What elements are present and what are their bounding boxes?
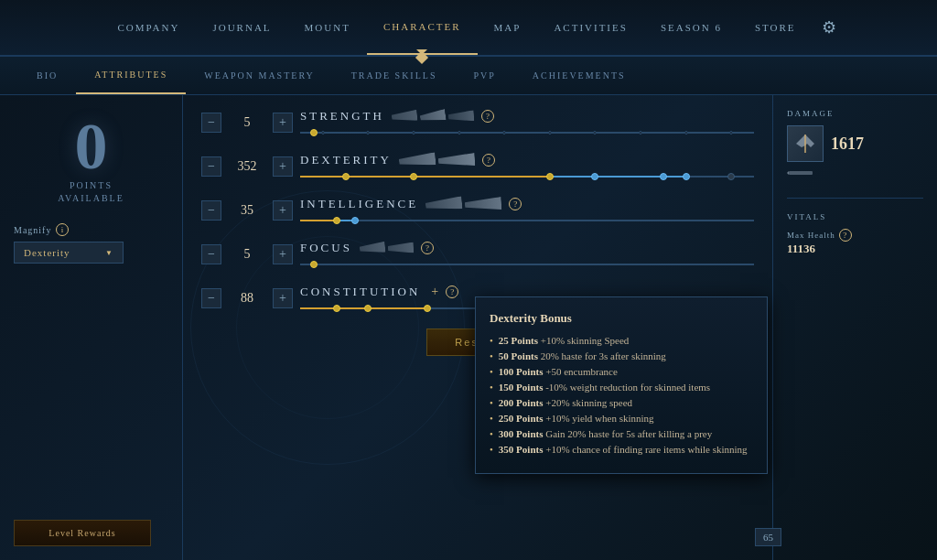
dexterity-weapon-icons xyxy=(399,154,475,167)
dexterity-info-icon[interactable]: ? xyxy=(482,154,495,167)
intelligence-increase-button[interactable]: + xyxy=(273,200,293,221)
max-health-label: Max Health ? xyxy=(787,229,923,242)
main-content: 0 POINTSAVAILABLE Magnify i Dexterity ▼ … xyxy=(0,95,937,560)
max-health-value: 11136 xyxy=(787,242,923,256)
max-health-info-icon[interactable]: ? xyxy=(839,229,852,242)
dexterity-name: DEXTERITY xyxy=(300,153,392,167)
subnav-pvp[interactable]: PVP xyxy=(455,57,513,94)
magnify-label: Magnify i xyxy=(14,223,168,236)
vitals-label: VITALS xyxy=(787,212,923,221)
weapon-icon-d2 xyxy=(438,153,476,167)
intelligence-slider[interactable] xyxy=(300,217,754,224)
constitution-info-icon[interactable]: ? xyxy=(446,285,458,298)
tooltip-item-3: 150 Points -10% weight reduction for ski… xyxy=(490,382,753,393)
tooltip-item-0: 25 Points +10% skinning Speed xyxy=(490,335,753,346)
points-label: POINTSAVAILABLE xyxy=(58,179,124,205)
strength-slider[interactable] xyxy=(300,129,754,136)
top-navigation: COMPANY JOURNAL MOUNT CHARACTER MAP ACTI… xyxy=(0,0,937,57)
weapon-small-icon xyxy=(787,166,814,180)
tooltip-item-5: 250 Points +10% yield when skinning xyxy=(490,413,753,424)
weapon-icon-2 xyxy=(419,109,446,124)
damage-label: DAMAGE xyxy=(787,109,923,118)
nav-map[interactable]: MAP xyxy=(478,0,538,55)
focus-name: FOCUS xyxy=(300,241,352,255)
damage-value: 1617 xyxy=(831,135,864,154)
weapon-icon-f1 xyxy=(359,242,385,254)
intelligence-content: INTELLIGENCE ? xyxy=(300,197,754,224)
weapon-icon-i2 xyxy=(465,197,502,211)
settings-icon[interactable]: ⚙ xyxy=(822,17,836,38)
nav-store[interactable]: STORE xyxy=(738,0,813,55)
dexterity-slider[interactable] xyxy=(300,173,754,180)
subnav-attributes[interactable]: ATTRIBUTES xyxy=(76,57,186,94)
tooltip-item-2: 100 Points +50 encumbrance xyxy=(490,366,753,377)
constitution-plus-icon: + xyxy=(431,285,438,299)
focus-slider[interactable] xyxy=(300,261,754,268)
points-value: 0 xyxy=(74,113,107,179)
strength-content: STRENGTH ? xyxy=(300,109,754,136)
intelligence-value: 35 xyxy=(229,203,265,218)
dexterity-decrease-button[interactable]: − xyxy=(201,156,221,177)
nav-journal[interactable]: JOURNAL xyxy=(196,0,287,55)
vitals-section: VITALS Max Health ? 11136 xyxy=(787,212,923,256)
nav-mount[interactable]: MOUNT xyxy=(288,0,367,55)
magnify-dropdown[interactable]: Dexterity ▼ xyxy=(14,242,124,264)
tooltip-title: Dexterity Bonus xyxy=(490,311,753,326)
attribute-row-dexterity: − 352 + DEXTERITY ? xyxy=(201,153,754,180)
nav-activities[interactable]: ACTIVITIES xyxy=(537,0,644,55)
intelligence-name: INTELLIGENCE xyxy=(300,197,418,211)
strength-value: 5 xyxy=(229,115,265,130)
constitution-increase-button[interactable]: + xyxy=(273,288,293,308)
subnav-trade-skills[interactable]: TRADE SKILLS xyxy=(333,57,456,94)
constitution-value: 88 xyxy=(229,291,265,306)
sub-navigation: BIO ATTRIBUTES WEAPON MASTERY TRADE SKIL… xyxy=(0,57,937,95)
intelligence-decrease-button[interactable]: − xyxy=(201,200,221,221)
points-available-container: 0 POINTSAVAILABLE xyxy=(58,113,124,205)
svg-rect-2 xyxy=(789,171,813,175)
weapon-icon-f2 xyxy=(388,242,414,254)
dropdown-arrow-icon: ▼ xyxy=(105,249,113,257)
strength-weapon-icons xyxy=(392,111,474,122)
intelligence-info-icon[interactable]: ? xyxy=(509,198,522,210)
weapon-icon-d1 xyxy=(398,152,436,167)
focus-weapon-icons xyxy=(360,242,414,253)
focus-info-icon[interactable]: ? xyxy=(421,242,434,254)
strength-decrease-button[interactable]: − xyxy=(201,113,221,133)
level-rewards-button[interactable]: Level Rewards xyxy=(14,520,151,546)
attribute-row-strength: − 5 + STRENGTH ? xyxy=(201,109,754,136)
dexterity-content: DEXTERITY ? xyxy=(300,153,754,180)
damage-box: 1617 xyxy=(787,125,923,162)
nav-company[interactable]: COMPANY xyxy=(101,0,196,55)
dexterity-tooltip: Dexterity Bonus 25 Points +10% skinning … xyxy=(475,296,768,474)
subnav-weapon-mastery[interactable]: WEAPON MASTERY xyxy=(186,57,333,94)
subnav-achievements[interactable]: ACHIEVEMENTS xyxy=(514,57,644,94)
damage-section: DAMAGE 1617 xyxy=(787,109,923,184)
strength-increase-button[interactable]: + xyxy=(273,113,293,133)
weapon-icon-1 xyxy=(391,110,417,123)
strength-name: STRENGTH xyxy=(300,109,384,124)
weapon-icon-i1 xyxy=(425,196,463,211)
weapon-icon-3 xyxy=(448,110,475,122)
magnify-info-icon[interactable]: i xyxy=(56,223,69,236)
focus-value: 5 xyxy=(229,247,265,262)
tooltip-item-1: 50 Points 20% haste for 3s after skinnin… xyxy=(490,350,753,361)
constitution-decrease-button[interactable]: − xyxy=(201,288,221,308)
level-indicator: 65 xyxy=(755,528,781,546)
panel-divider xyxy=(787,198,923,199)
tooltip-item-6: 300 Points Gain 20% haste for 5s after k… xyxy=(490,428,753,439)
attribute-row-intelligence: − 35 + INTELLIGENCE ? xyxy=(201,197,754,224)
intelligence-weapon-icons xyxy=(425,198,501,210)
tooltip-item-7: 350 Points +10% chance of finding rare i… xyxy=(490,444,753,455)
strength-info-icon[interactable]: ? xyxy=(481,110,494,123)
focus-decrease-button[interactable]: − xyxy=(201,244,221,264)
nav-character[interactable]: CHARACTER xyxy=(367,0,478,55)
focus-content: FOCUS ? xyxy=(300,241,754,268)
focus-increase-button[interactable]: + xyxy=(273,244,293,264)
nav-season6[interactable]: SEASON 6 xyxy=(644,0,738,55)
right-panel: DAMAGE 1617 VITALS M xyxy=(772,95,937,560)
damage-weapon-icon xyxy=(787,125,824,162)
dexterity-increase-button[interactable]: + xyxy=(273,156,293,177)
left-panel: 0 POINTSAVAILABLE Magnify i Dexterity ▼ … xyxy=(0,95,183,560)
tooltip-item-4: 200 Points +20% skinning speed xyxy=(490,397,753,408)
subnav-bio[interactable]: BIO xyxy=(18,57,76,94)
